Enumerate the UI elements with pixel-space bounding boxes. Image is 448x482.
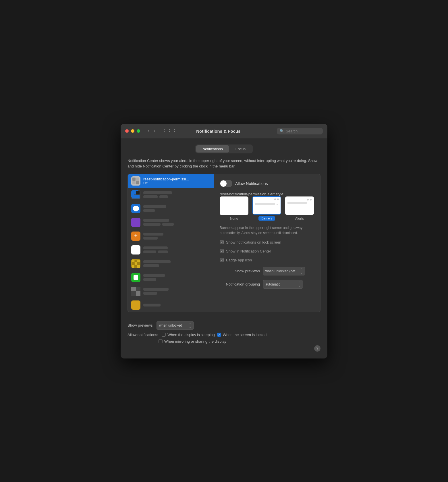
alert-label-none: None <box>230 217 238 221</box>
chevron-down-icon-3: ⌃⌄ <box>189 322 191 329</box>
tab-notifications[interactable]: Notifications <box>196 145 229 153</box>
show-previews-value: when unlocked (def… <box>265 269 299 273</box>
app-info: reset-notification-permissi... Off <box>143 177 210 185</box>
check-screen-locked[interactable]: When the screen is locked <box>217 333 267 337</box>
description-text: Notification Center shows your alerts in… <box>128 158 320 169</box>
check-display-sleeping[interactable]: When the display is sleeping <box>162 333 215 337</box>
bottom-allow-notifications-row: Allow notifications: When the display is… <box>128 333 320 337</box>
app-status: Off <box>143 181 210 185</box>
notification-grouping-dropdown[interactable]: automatic ⌃⌄ <box>263 280 303 289</box>
show-previews-row: Show previews when unlocked (def… ⌃⌄ <box>220 267 314 275</box>
titlebar: ‹ › ⋮⋮⋮ Notifications & Focus 🔍 <box>121 124 327 139</box>
banners-selected-badge[interactable]: Banners <box>258 216 275 221</box>
chevron-down-icon-2: ⌃⌄ <box>298 281 300 288</box>
list-item[interactable] <box>128 243 214 257</box>
app-icon-notifications <box>131 176 140 186</box>
alert-style-section: reset-notification-permission alert styl… <box>220 192 314 221</box>
traffic-lights <box>125 129 140 133</box>
window-title: Notifications & Focus <box>163 129 273 134</box>
list-item[interactable] <box>128 202 214 215</box>
list-item[interactable] <box>128 257 214 271</box>
checkbox-badge-icon-input[interactable] <box>220 258 224 262</box>
mirroring-row: When mirroring or sharing the display <box>159 339 320 344</box>
app-icon <box>131 204 140 213</box>
checkbox-lock-screen[interactable]: Show notifications on lock screen <box>220 240 314 244</box>
app-icon <box>131 259 140 268</box>
app-icon <box>131 190 140 199</box>
main-panel: reset-notification-permissi... Off <box>128 174 320 312</box>
arrow-right-icon: → <box>276 203 279 206</box>
bottom-show-previews-dropdown[interactable]: when unlocked ⌃⌄ <box>157 321 194 330</box>
back-button[interactable]: ‹ <box>146 128 151 134</box>
nav-buttons: ‹ › <box>146 128 157 134</box>
list-item[interactable]: + <box>128 229 214 243</box>
list-item[interactable]: reset-notification-permissi... Off <box>128 174 214 188</box>
list-item[interactable] <box>128 298 214 312</box>
allow-notifications-label: Allow Notifications <box>235 181 268 186</box>
check-screen-locked-input[interactable] <box>217 333 221 337</box>
help-button[interactable]: ? <box>314 345 320 352</box>
allow-notifications-row: Allow Notifications <box>220 180 314 187</box>
notification-grouping-value: automatic <box>265 282 296 286</box>
alert-preview-banners: → <box>252 196 281 215</box>
checkbox-lock-screen-label: Show notifications on lock screen <box>226 240 281 244</box>
search-input[interactable] <box>286 129 320 133</box>
alert-preview-none <box>220 196 248 215</box>
show-previews-dropdown[interactable]: when unlocked (def… ⌃⌄ <box>263 267 305 275</box>
check-display-sleeping-input[interactable] <box>162 333 166 337</box>
main-window: ‹ › ⋮⋮⋮ Notifications & Focus 🔍 Notifica… <box>121 124 327 358</box>
app-icon: + <box>131 232 140 241</box>
alert-option-banners[interactable]: → Banners <box>252 196 281 221</box>
allow-notifications-toggle[interactable] <box>220 180 232 187</box>
app-icon <box>131 300 140 310</box>
checkbox-notification-center[interactable]: Show in Notification Center <box>220 249 314 253</box>
banners-description: Banners appear in the upper-right corner… <box>220 225 314 236</box>
check-mirroring-input[interactable] <box>159 339 163 343</box>
app-icon <box>131 273 140 282</box>
search-box[interactable]: 🔍 <box>277 128 323 134</box>
search-icon: 🔍 <box>280 129 284 133</box>
checkbox-notification-center-label: Show in Notification Center <box>226 249 271 253</box>
check-display-sleeping-label: When the display is sleeping <box>167 333 215 337</box>
checkbox-notification-center-input[interactable] <box>220 249 224 253</box>
notification-grouping-label: Notification grouping <box>220 282 260 286</box>
tab-focus[interactable]: Focus <box>229 145 252 153</box>
bottom-show-previews-row: Show previews: when unlocked ⌃⌄ <box>128 321 320 330</box>
app-icon <box>131 287 140 296</box>
list-item[interactable] <box>128 215 214 229</box>
bottom-show-previews-label: Show previews: <box>128 323 154 327</box>
notification-grouping-row: Notification grouping automatic ⌃⌄ <box>220 280 314 289</box>
app-icon <box>131 245 140 255</box>
alert-styles: None <box>220 196 314 221</box>
check-mirroring-label: When mirroring or sharing the display <box>164 339 226 344</box>
checkbox-lock-screen-input[interactable] <box>220 240 224 244</box>
fullscreen-button[interactable] <box>137 129 140 133</box>
app-list[interactable]: reset-notification-permissi... Off <box>128 174 214 312</box>
bottom-bar: Show previews: when unlocked ⌃⌄ Allow no… <box>128 317 320 352</box>
checkbox-badge-icon[interactable]: Badge app icon <box>220 258 314 262</box>
alert-option-alerts[interactable]: Alerts <box>285 196 314 221</box>
bottom-right: ? <box>128 345 320 352</box>
close-button[interactable] <box>125 129 129 133</box>
alert-label-alerts: Alerts <box>295 217 304 221</box>
list-item[interactable] <box>128 271 214 284</box>
tab-bar: Notifications Focus <box>195 144 253 153</box>
toggle-knob <box>220 180 227 187</box>
allow-notif-label: Allow notifications: <box>128 333 158 337</box>
forward-button[interactable]: › <box>152 128 157 134</box>
app-icon <box>131 218 140 227</box>
content-area: Notifications Focus Notification Center … <box>121 139 327 358</box>
alert-preview-alerts <box>285 196 314 215</box>
checkbox-badge-icon-label: Badge app icon <box>226 258 252 262</box>
app-name: reset-notification-permissi... <box>143 177 210 181</box>
bottom-show-previews-value: when unlocked <box>159 323 187 327</box>
check-screen-locked-label: When the screen is locked <box>223 333 267 337</box>
minimize-button[interactable] <box>131 129 134 133</box>
alert-option-none[interactable]: None <box>220 196 248 221</box>
settings-panel: Allow Notifications reset-notification-p… <box>214 174 320 312</box>
alert-style-label: reset-notification-permission alert styl… <box>220 192 314 196</box>
list-item[interactable] <box>128 284 214 298</box>
chevron-down-icon: ⌃⌄ <box>300 268 303 274</box>
show-previews-label: Show previews <box>220 269 260 273</box>
list-item[interactable] <box>128 188 214 202</box>
